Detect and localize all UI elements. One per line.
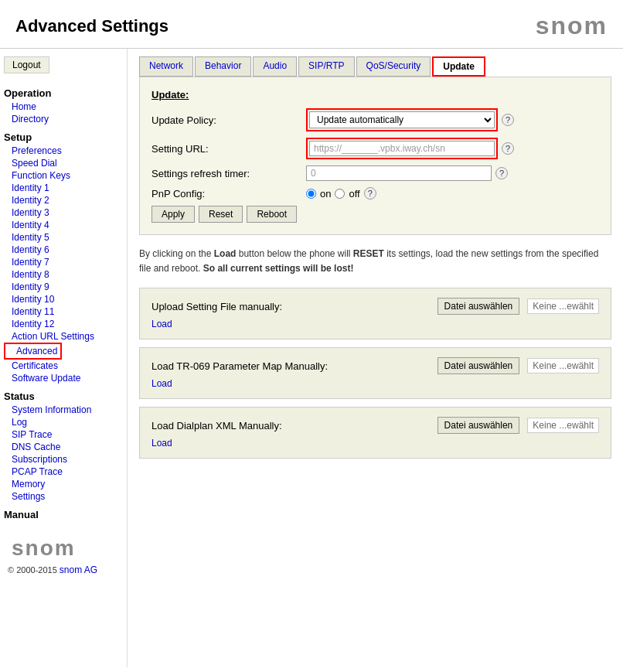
tab-network[interactable]: Network <box>139 56 193 77</box>
tr069-file-name: Keine ...ewählt <box>527 358 599 374</box>
snom-ag-link[interactable]: snom AG <box>60 565 97 575</box>
dialplan-file-name: Keine ...ewählt <box>527 418 599 433</box>
tr069-load-link[interactable]: Load <box>151 378 599 389</box>
update-policy-select[interactable]: Update automatically Never update Update… <box>309 111 495 128</box>
sidebar-item-preferences[interactable]: Preferences <box>4 145 123 157</box>
update-policy-row: Update Policy: Update automatically Neve… <box>151 108 599 131</box>
tab-sip-rtp[interactable]: SIP/RTP <box>298 56 354 77</box>
sidebar-item-system-info[interactable]: System Information <box>4 404 123 416</box>
section-operation: Operation <box>4 87 123 99</box>
sidebar-item-subscriptions[interactable]: Subscriptions <box>4 453 123 466</box>
upload-setting-file-name: Keine ...ewählt <box>527 298 599 314</box>
sidebar-item-dns-cache[interactable]: DNS Cache <box>4 441 123 453</box>
dialplan-file-btn[interactable]: Datei auswählen <box>437 417 520 434</box>
tab-audio[interactable]: Audio <box>253 56 297 77</box>
upload-setting-load-link[interactable]: Load <box>151 319 599 329</box>
tab-qos-security[interactable]: QoS/Security <box>356 56 431 77</box>
tab-behavior[interactable]: Behavior <box>195 56 251 77</box>
pnp-config-label: PnP Config: <box>151 188 306 200</box>
reboot-button[interactable]: Reboot <box>247 206 297 223</box>
refresh-timer-help-icon[interactable]: ? <box>495 167 508 179</box>
upload-setting-section: Upload Setting File manually: Datei ausw… <box>139 288 611 339</box>
dialplan-label: Load Dialplan XML Manually: <box>151 420 430 432</box>
setting-url-row: Setting URL: ? <box>151 138 599 159</box>
update-policy-label: Update Policy: <box>151 114 306 126</box>
setting-url-help-icon[interactable]: ? <box>502 142 514 155</box>
reset-button[interactable]: Reset <box>199 206 243 223</box>
section-status: Status <box>4 391 123 402</box>
apply-button[interactable]: Apply <box>151 206 195 223</box>
sidebar-item-identity12[interactable]: Identity 12 <box>4 318 123 330</box>
pnp-config-row: PnP Config: on off ? <box>151 187 599 200</box>
pnp-off-label: off <box>349 188 359 200</box>
tab-update[interactable]: Update <box>432 56 485 77</box>
sidebar-item-identity3[interactable]: Identity 3 <box>4 206 123 219</box>
sidebar-item-home[interactable]: Home <box>4 101 123 113</box>
sidebar-item-software-update[interactable]: Software Update <box>4 372 123 384</box>
sidebar-item-identity5[interactable]: Identity 5 <box>4 231 123 244</box>
setting-url-input[interactable] <box>309 141 495 156</box>
refresh-timer-label: Settings refresh timer: <box>151 168 306 179</box>
sidebar-item-identity11[interactable]: Identity 11 <box>4 305 123 318</box>
sidebar-item-speed-dial[interactable]: Speed Dial <box>4 157 123 169</box>
sidebar-item-identity6[interactable]: Identity 6 <box>4 244 123 256</box>
sidebar-item-sip-trace[interactable]: SIP Trace <box>4 428 123 441</box>
refresh-timer-input[interactable] <box>306 165 492 181</box>
logout-button[interactable]: Logout <box>4 56 49 73</box>
copyright: © 2000-2015 snom AG <box>4 565 123 575</box>
upload-setting-file-btn[interactable]: Datei auswählen <box>437 298 520 315</box>
dialplan-section: Load Dialplan XML Manually: Datei auswäh… <box>139 407 611 459</box>
snom-logo-sidebar: snom <box>12 536 123 561</box>
tr069-label: Load TR-069 Parameter Map Manually: <box>151 360 430 372</box>
pnp-help-icon[interactable]: ? <box>364 187 376 200</box>
sidebar-item-identity2[interactable]: Identity 2 <box>4 194 123 206</box>
tab-bar: Network Behavior Audio SIP/RTP QoS/Secur… <box>139 56 611 77</box>
sidebar-item-identity9[interactable]: Identity 9 <box>4 281 123 293</box>
sidebar-item-identity1[interactable]: Identity 1 <box>4 182 123 194</box>
tr069-section: Load TR-069 Parameter Map Manually: Date… <box>139 347 611 399</box>
sidebar-item-identity4[interactable]: Identity 4 <box>4 219 123 231</box>
sidebar-item-directory[interactable]: Directory <box>4 113 123 125</box>
sidebar-item-pcap-trace[interactable]: PCAP Trace <box>4 466 123 478</box>
sidebar-item-log[interactable]: Log <box>4 416 123 428</box>
sidebar-item-settings[interactable]: Settings <box>4 490 123 503</box>
section-setup: Setup <box>4 131 123 143</box>
pnp-off-radio[interactable] <box>335 189 345 199</box>
sidebar-item-function-keys[interactable]: Function Keys <box>4 169 123 182</box>
sidebar-item-memory[interactable]: Memory <box>4 478 123 490</box>
upload-setting-label: Upload Setting File manually: <box>151 301 430 312</box>
pnp-on-radio[interactable] <box>306 189 316 199</box>
sidebar-item-action-url[interactable]: Action URL Settings <box>4 330 123 343</box>
setting-url-label: Setting URL: <box>151 143 306 155</box>
tr069-file-btn[interactable]: Datei auswählen <box>437 357 520 374</box>
sidebar-item-identity7[interactable]: Identity 7 <box>4 256 123 268</box>
update-policy-help-icon[interactable]: ? <box>502 114 514 126</box>
dialplan-load-link[interactable]: Load <box>151 438 599 449</box>
refresh-timer-row: Settings refresh timer: ? <box>151 165 599 181</box>
sidebar-item-identity10[interactable]: Identity 10 <box>4 293 123 305</box>
update-section-title: Update: <box>151 89 599 101</box>
sidebar-item-advanced[interactable]: Advanced <box>9 345 57 357</box>
snom-logo-header: snom <box>536 12 608 40</box>
pnp-on-label: on <box>320 188 331 200</box>
page-title: Advanced Settings <box>15 16 169 36</box>
action-buttons: Apply Reset Reboot <box>151 206 599 223</box>
sidebar-item-identity8[interactable]: Identity 8 <box>4 268 123 281</box>
warning-text: By clicking on the Load button below the… <box>139 247 611 276</box>
sidebar-item-certificates[interactable]: Certificates <box>4 360 123 372</box>
section-manual: Manual <box>4 509 123 520</box>
